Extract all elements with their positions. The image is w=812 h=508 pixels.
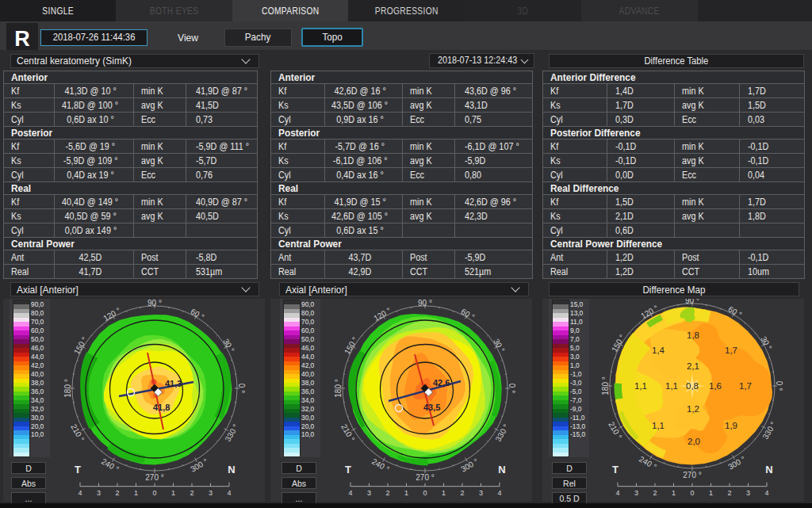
- svg-text:3: 3: [209, 489, 213, 497]
- svg-text:0: 0: [690, 489, 694, 497]
- svg-text:240 °: 240 °: [638, 455, 658, 472]
- svg-text:300 °: 300 °: [459, 457, 480, 474]
- svg-text:N: N: [765, 464, 772, 476]
- svg-text:210 °: 210 °: [69, 422, 86, 443]
- svg-text:3: 3: [746, 489, 750, 497]
- svg-text:240 °: 240 °: [100, 457, 121, 474]
- svg-text:41,3: 41,3: [165, 379, 182, 388]
- svg-text:2: 2: [115, 489, 119, 497]
- svg-text:3: 3: [634, 489, 638, 497]
- svg-text:43,5: 43,5: [423, 403, 440, 412]
- svg-text:T: T: [345, 464, 351, 476]
- svg-text:210 °: 210 °: [339, 422, 356, 443]
- svg-text:300 °: 300 °: [726, 455, 747, 472]
- svg-text:1: 1: [134, 489, 138, 497]
- svg-text:180 °: 180 °: [63, 379, 72, 397]
- svg-text:1,2: 1,2: [687, 404, 699, 414]
- svg-text:1: 1: [442, 489, 446, 497]
- svg-text:1,7: 1,7: [739, 381, 752, 391]
- svg-text:1,1: 1,1: [652, 421, 665, 430]
- svg-text:1: 1: [672, 489, 676, 497]
- svg-text:T: T: [612, 464, 619, 476]
- svg-text:270 °: 270 °: [416, 473, 434, 482]
- svg-text:1,1: 1,1: [665, 381, 678, 391]
- svg-text:270 °: 270 °: [145, 473, 163, 482]
- svg-text:3: 3: [367, 489, 371, 497]
- svg-text:2,0: 2,0: [688, 437, 700, 446]
- svg-text:2: 2: [460, 489, 464, 497]
- svg-text:2,1: 2,1: [687, 361, 699, 371]
- svg-text:42,6: 42,6: [433, 378, 450, 388]
- svg-text:2: 2: [653, 489, 657, 497]
- svg-text:2: 2: [385, 489, 389, 497]
- svg-text:4: 4: [497, 489, 501, 497]
- svg-text:4: 4: [764, 489, 768, 497]
- svg-text:1,9: 1,9: [725, 421, 737, 430]
- svg-text:0 °: 0 °: [508, 384, 516, 393]
- svg-text:330 °: 330 °: [494, 422, 511, 443]
- svg-text:T: T: [75, 464, 81, 476]
- svg-text:N: N: [498, 464, 505, 476]
- svg-text:0: 0: [423, 489, 427, 497]
- svg-text:1,4: 1,4: [652, 346, 665, 355]
- svg-text:0 °: 0 °: [237, 384, 246, 393]
- svg-text:1,6: 1,6: [709, 381, 722, 391]
- svg-text:4: 4: [348, 489, 352, 497]
- svg-text:90 °: 90 °: [147, 299, 162, 307]
- svg-text:240 °: 240 °: [370, 457, 391, 474]
- svg-text:1,8: 1,8: [687, 330, 699, 340]
- svg-text:1,1: 1,1: [634, 381, 647, 391]
- svg-text:210 °: 210 °: [607, 420, 623, 441]
- svg-text:90 °: 90 °: [685, 299, 699, 305]
- svg-text:3: 3: [97, 489, 101, 497]
- svg-text:4: 4: [615, 489, 619, 497]
- svg-text:4: 4: [78, 489, 82, 497]
- svg-text:90 °: 90 °: [418, 299, 432, 307]
- svg-text:1: 1: [404, 489, 408, 497]
- svg-text:N: N: [228, 464, 235, 476]
- svg-text:180 °: 180 °: [601, 376, 610, 395]
- svg-text:1,7: 1,7: [725, 346, 737, 355]
- svg-text:2: 2: [190, 489, 193, 497]
- svg-text:60 °: 60 °: [189, 307, 205, 321]
- svg-text:2: 2: [727, 489, 731, 497]
- svg-text:0 °: 0 °: [775, 381, 783, 391]
- svg-text:0: 0: [152, 489, 156, 497]
- svg-text:1: 1: [171, 489, 175, 497]
- svg-text:180 °: 180 °: [334, 379, 343, 397]
- svg-text:1: 1: [709, 489, 713, 497]
- svg-text:150 °: 150 °: [343, 335, 359, 356]
- svg-text:270 °: 270 °: [683, 471, 701, 479]
- svg-text:60 °: 60 °: [726, 304, 743, 319]
- svg-text:4: 4: [227, 489, 231, 497]
- svg-text:3: 3: [479, 489, 483, 497]
- svg-text:30 °: 30 °: [221, 338, 236, 354]
- svg-text:30 °: 30 °: [492, 338, 506, 354]
- svg-text:41,8: 41,8: [153, 403, 170, 412]
- svg-text:120 °: 120 °: [102, 306, 122, 323]
- svg-text:330 °: 330 °: [761, 420, 778, 441]
- svg-text:330 °: 330 °: [224, 422, 240, 443]
- svg-text:0,8: 0,8: [686, 381, 699, 391]
- svg-text:300 °: 300 °: [189, 457, 209, 474]
- svg-text:60 °: 60 °: [459, 307, 476, 321]
